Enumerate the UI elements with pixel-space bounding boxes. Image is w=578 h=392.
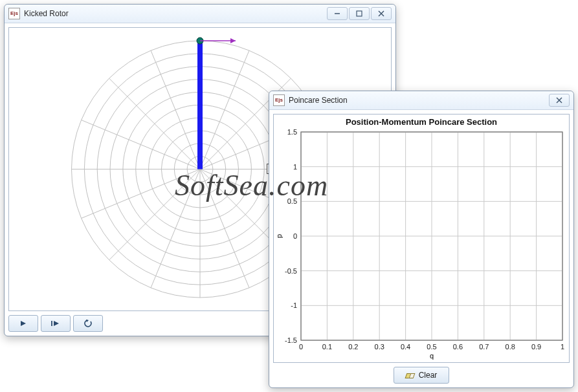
y-tick-label: -1: [291, 301, 297, 309]
titlebar[interactable]: Ejs Poincare Section: [269, 91, 573, 110]
svg-marker-33: [54, 321, 59, 326]
x-tick-label: 0.9: [531, 343, 541, 351]
close-button[interactable]: [371, 7, 392, 20]
svg-line-17: [200, 169, 249, 288]
svg-rect-1: [357, 11, 362, 16]
window-title: Kicked Rotor: [24, 9, 69, 18]
x-tick-label: 0.1: [322, 343, 332, 351]
window-buttons: [326, 7, 392, 20]
y-tick-label: 1.5: [287, 128, 297, 136]
step-icon: [51, 320, 60, 327]
svg-line-25: [151, 50, 200, 169]
x-tick-label: 0.5: [427, 343, 436, 351]
svg-marker-30: [230, 38, 236, 43]
x-tick-label: 0.8: [506, 343, 515, 351]
minimize-button[interactable]: [327, 7, 348, 20]
x-tick-label: 0.6: [453, 343, 463, 351]
y-tick-label: 0.5: [287, 197, 297, 205]
x-tick-label: 0: [299, 343, 303, 351]
x-axis-label: q: [430, 352, 434, 360]
titlebar[interactable]: Ejs Kicked Rotor: [5, 5, 395, 23]
y-tick-label: -0.5: [285, 267, 297, 275]
clear-button-label: Clear: [419, 371, 438, 380]
x-tick-label: 0.4: [401, 343, 410, 351]
play-button[interactable]: [8, 315, 38, 332]
ejs-app-icon: Ejs: [8, 8, 20, 19]
y-tick-label: 1: [293, 163, 297, 171]
play-icon: [20, 320, 27, 327]
y-axis-label: p: [275, 234, 283, 238]
x-tick-label: 0.3: [375, 343, 384, 351]
window-title: Poincare Section: [289, 96, 348, 105]
y-tick-label: 0: [293, 232, 297, 240]
x-tick-label: 0.7: [479, 343, 489, 351]
ejs-app-icon: Ejs: [273, 94, 285, 106]
x-tick-label: 0.2: [348, 343, 358, 351]
svg-line-24: [109, 78, 200, 169]
x-tick-label: 1: [561, 343, 564, 351]
svg-line-20: [109, 169, 200, 260]
step-button[interactable]: [41, 315, 71, 332]
svg-marker-31: [21, 321, 26, 326]
maximize-button[interactable]: [349, 7, 370, 20]
svg-line-21: [82, 169, 200, 219]
poincare-section-window: Ejs Poincare Section Position-Momentum P…: [269, 91, 574, 388]
close-button[interactable]: [549, 94, 570, 107]
reset-icon: [83, 320, 93, 327]
poincare-chart[interactable]: 00.10.20.30.40.50.60.70.80.91-1.5-1-0.50…: [274, 128, 569, 362]
clear-button[interactable]: Clear: [394, 367, 449, 384]
y-tick-label: -1.5: [285, 336, 297, 344]
eraser-icon: [406, 372, 415, 378]
svg-line-19: [151, 169, 200, 288]
svg-line-27: [200, 50, 249, 169]
reset-button[interactable]: [73, 315, 103, 332]
svg-line-23: [82, 120, 200, 169]
svg-marker-34: [86, 320, 89, 322]
chart-title: Position-Momentum Poincare Section: [274, 114, 569, 128]
window-buttons: [548, 94, 570, 107]
